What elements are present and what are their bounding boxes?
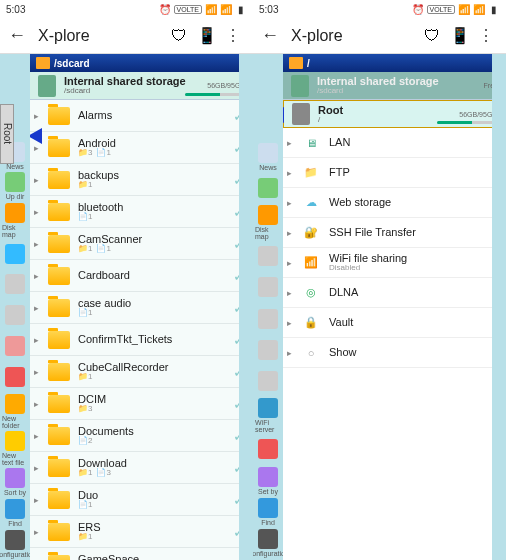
rail-item-disk-map[interactable]: Disk map [255,205,281,240]
root-tab[interactable]: Root [0,104,14,164]
file-panel-right[interactable]: / Internal shared storage /sdcard Free R… [283,54,506,560]
folder-row[interactable]: ▸Alarms✓ [30,100,253,132]
rail-icon [258,467,278,487]
rail-icon [258,178,278,198]
rail-item-find[interactable]: Find [2,498,28,527]
folder-row[interactable]: ▸ConfirmTkt_Tickets✓ [30,324,253,356]
rail-item-configuration[interactable]: Configuration [255,529,281,558]
folder-row[interactable]: ▸ERS📁1✓ [30,516,253,548]
item-row-lan[interactable]: ▸🖥LAN [283,128,506,158]
rail-item-new-folder[interactable]: New folder [2,394,28,429]
expand-arrow-icon[interactable]: ▸ [34,399,39,409]
expand-arrow-icon[interactable]: ▸ [34,207,39,217]
selection-arrow-icon [30,128,42,144]
rail-item-icon[interactable] [2,240,28,269]
back-button[interactable]: ← [261,25,279,46]
folder-icon [48,427,70,445]
item-row-ssh-file-transfer[interactable]: ▸🔐SSH File Transfer [283,218,506,248]
expand-arrow-icon[interactable]: ▸ [34,111,39,121]
rail-item-up-dir[interactable]: Up dir [2,172,28,201]
folder-row[interactable]: ▸case audio📄1✓ [30,292,253,324]
item-row-dlna[interactable]: ▸◎DLNA [283,278,506,308]
folder-row[interactable]: ▸Cardboard✓ [30,260,253,292]
rail-item-icon[interactable] [255,435,281,464]
shield-icon[interactable]: 🛡 [169,26,189,46]
rail-item-wifi-server[interactable]: WiFi server [255,398,281,433]
expand-arrow-icon[interactable]: ▸ [34,527,39,537]
folder-row[interactable]: ▸backups📁1✓ [30,164,253,196]
rail-item-icon[interactable] [2,363,28,392]
item-row-show[interactable]: ▸○Show [283,338,506,368]
rail-item-configuration[interactable]: Configuration [2,529,28,558]
item-row-ftp[interactable]: ▸📁FTP [283,158,506,188]
expand-arrow-icon[interactable]: ▸ [34,271,39,281]
item-row-web-storage[interactable]: ▸☁Web storage [283,188,506,218]
expand-arrow-icon[interactable]: ▸ [34,431,39,441]
app-bar: ← X-plore 🛡 📱 ⋮ [0,18,253,54]
rail-item-icon[interactable] [2,332,28,361]
path-folder-icon [36,57,50,69]
folder-row[interactable]: ▸DCIM📁3✓ [30,388,253,420]
folder-row[interactable]: ▸Download📁1📄3✓ [30,452,253,484]
menu-button[interactable]: ⋮ [474,26,498,45]
rail-item-icon[interactable] [255,242,281,271]
folder-row[interactable]: ▸Android📁3📄1✓ [30,132,253,164]
rail-item-icon[interactable] [255,304,281,333]
back-button[interactable]: ← [8,25,26,46]
expand-arrow-icon[interactable]: ▸ [287,168,292,178]
expand-arrow-icon[interactable]: ▸ [34,335,39,345]
rail-item-disk-map[interactable]: Disk map [2,203,28,238]
expand-arrow-icon[interactable]: ▸ [34,303,39,313]
expand-arrow-icon[interactable]: ▸ [287,198,292,208]
expand-arrow-icon[interactable]: ▸ [287,348,292,358]
menu-button[interactable]: ⋮ [221,26,245,45]
screen-right: 5:03 ⏰ VOLTE 📶 📶 ▮ ← X-plore 🛡 📱 ⋮ NewsD… [253,0,506,560]
rail-item-icon[interactable] [255,336,281,365]
folder-row[interactable]: ▸CubeCallRecorder📁1✓ [30,356,253,388]
expand-arrow-icon[interactable]: ▸ [287,318,292,328]
rail-item-new-text-file[interactable]: New text file [2,431,28,466]
expand-arrow-icon[interactable]: ▸ [287,228,292,238]
storage-row-internal[interactable]: Internal shared storage /sdcard Free [283,72,506,100]
expand-arrow-icon[interactable]: ▸ [34,175,39,185]
device-icon[interactable]: 📱 [450,26,470,46]
expand-arrow-icon[interactable]: ▸ [287,258,292,268]
item-name: Web storage [329,196,498,208]
folder-row[interactable]: ▸bluetooth📄1✓ [30,196,253,228]
storage-icon [291,75,309,97]
rail-item-sort-by[interactable]: Sort by [2,468,28,497]
folder-name: Documents [78,425,233,437]
status-bar: 5:03 ⏰ VOLTE 📶 📶 ▮ [253,0,506,18]
folder-row[interactable]: ▸Duo📄1✓ [30,484,253,516]
rail-item-icon[interactable] [255,273,281,302]
expand-arrow-icon[interactable]: ▸ [34,495,39,505]
folder-row[interactable]: ▸GameSpace📁1✓ [30,548,253,560]
rail-item-icon[interactable] [2,271,28,300]
rail-item-icon[interactable] [255,174,281,203]
folder-name: backups [78,169,233,181]
device-icon[interactable]: 📱 [197,26,217,46]
rail-item-icon[interactable] [255,367,281,396]
expand-arrow-icon[interactable]: ▸ [34,463,39,473]
item-row-wifi-file-sharing[interactable]: ▸📶WiFi file sharingDisabled [283,248,506,278]
root-row[interactable]: Root / 56GB/95GB [283,100,506,128]
rail-item-find[interactable]: Find [255,498,281,527]
folder-row[interactable]: ▸Documents📄2✓ [30,420,253,452]
file-panel-left[interactable]: /sdcard Internal shared storage /sdcard … [30,54,253,560]
rail-item-icon[interactable] [2,301,28,330]
path-bar[interactable]: /sdcard [30,54,253,72]
expand-arrow-icon[interactable]: ▸ [34,367,39,377]
item-row-vault[interactable]: ▸🔒Vault [283,308,506,338]
expand-arrow-icon[interactable]: ▸ [287,138,292,148]
expand-arrow-icon[interactable]: ▸ [34,143,39,153]
folder-row[interactable]: ▸CamScanner📁1📄1✓ [30,228,253,260]
path-bar[interactable]: / [283,54,506,72]
folder-icon [48,331,70,349]
expand-arrow-icon[interactable]: ▸ [34,239,39,249]
shield-icon[interactable]: 🛡 [422,26,442,46]
rail-item-news[interactable]: News [255,143,281,172]
folder-icon [48,523,70,541]
expand-arrow-icon[interactable]: ▸ [287,288,292,298]
rail-item-set-by[interactable]: Set by [255,466,281,495]
storage-row[interactable]: Internal shared storage /sdcard 56GB/95G… [30,72,253,100]
